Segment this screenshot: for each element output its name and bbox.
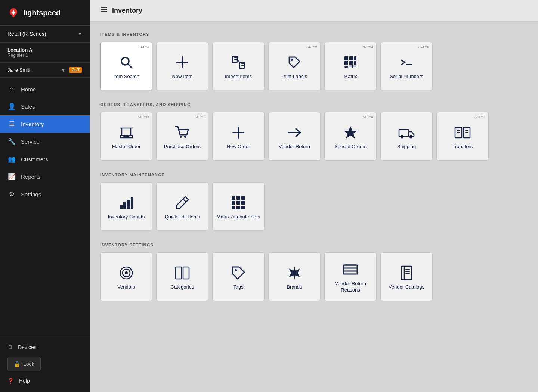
matrix-icon xyxy=(342,54,359,71)
card-import-items[interactable]: Import Items xyxy=(212,42,265,90)
svg-rect-20 xyxy=(354,61,356,65)
register-name: Register 1 xyxy=(7,53,82,58)
page-title: Inventory xyxy=(112,7,142,15)
sidebar-user[interactable]: Jane Smith ▼ OUT xyxy=(0,63,90,78)
sidebar: lightspeed Retail (R-Series) ▼ Location … xyxy=(0,0,90,392)
sidebar-item-service[interactable]: 🔧 Service xyxy=(0,133,90,150)
sidebar-item-sales[interactable]: 👤 Sales xyxy=(0,98,90,115)
card-label-item-search: Item Search xyxy=(113,74,139,80)
card-matrix-attribute-sets[interactable]: Matrix Attribute Sets xyxy=(212,182,265,231)
card-label-shipping: Shipping xyxy=(397,144,416,150)
card-quick-edit-items[interactable]: Quick Edit Items xyxy=(156,182,208,231)
devices-icon: 🖥 xyxy=(7,344,13,350)
search-icon xyxy=(118,54,134,71)
card-transfers[interactable]: ALT+T Transfers xyxy=(436,112,489,161)
service-icon: 🔧 xyxy=(7,138,16,146)
card-purchase-orders[interactable]: ALT+7 Purchase Orders xyxy=(156,112,208,161)
user-status-badge: OUT xyxy=(69,67,82,73)
svg-rect-41 xyxy=(120,205,123,209)
section-label-settings: INVENTORY SETTINGS xyxy=(100,243,528,247)
card-label-import-items: Import Items xyxy=(225,74,252,80)
sidebar-item-inventory[interactable]: ☰ Inventory xyxy=(0,115,90,133)
cart-icon xyxy=(174,124,191,141)
card-master-order[interactable]: ALT+O Master Order xyxy=(100,112,152,161)
book-icon xyxy=(398,265,415,281)
terminal-icon xyxy=(398,54,415,71)
shortcut-special-orders: ALT+8 xyxy=(362,115,373,119)
card-new-order[interactable]: New Order xyxy=(212,112,265,161)
card-label-special-orders: Special Orders xyxy=(334,144,367,150)
card-shipping[interactable]: Shipping xyxy=(380,112,433,161)
sidebar-item-reports[interactable]: 📈 Reports xyxy=(0,168,90,186)
bar-chart-icon xyxy=(118,195,134,211)
settings-icon: ⚙ xyxy=(7,190,16,198)
location-name: Location A xyxy=(7,47,82,53)
import-icon xyxy=(230,54,247,71)
card-label-matrix: Matrix xyxy=(344,74,357,80)
help-label: Help xyxy=(19,378,30,384)
svg-rect-1 xyxy=(101,9,107,10)
card-vendor-catalogs[interactable]: Vendor Catalogs xyxy=(380,252,433,301)
svg-point-60 xyxy=(235,269,237,271)
sales-icon: 👤 xyxy=(7,103,16,111)
card-brands[interactable]: Brands xyxy=(268,252,321,301)
card-special-orders[interactable]: ALT+8 Special Orders xyxy=(324,112,377,161)
grid-icon xyxy=(230,195,247,211)
card-inventory-counts[interactable]: Inventory Counts xyxy=(100,182,152,231)
svg-point-26 xyxy=(180,136,182,138)
svg-rect-2 xyxy=(101,11,107,12)
svg-rect-69 xyxy=(401,266,412,280)
card-label-print-labels: Print Labels xyxy=(282,74,307,80)
card-label-serial-numbers: Serial Numbers xyxy=(390,74,423,80)
sidebar-item-settings[interactable]: ⚙ Settings xyxy=(0,186,90,203)
main-content: ITEMS & INVENTORY ALT+3 Item Search New … xyxy=(90,22,538,323)
card-categories[interactable]: Categories xyxy=(156,252,208,301)
card-vendor-return[interactable]: Vendor Return xyxy=(268,112,321,161)
shortcut-print-labels: ALT+9 xyxy=(306,45,317,49)
card-print-labels[interactable]: ALT+9 Print Labels xyxy=(268,42,321,90)
sidebar-item-help[interactable]: ❓ Help xyxy=(0,373,90,388)
card-matrix[interactable]: ALT+M Matrix xyxy=(324,42,377,90)
svg-rect-58 xyxy=(176,267,182,279)
card-label-vendor-catalogs: Vendor Catalogs xyxy=(389,284,424,290)
card-serial-numbers[interactable]: ALT+S Serial Numbers xyxy=(380,42,433,90)
orders-grid: ALT+O Master Order ALT+7 Purchase Orders xyxy=(100,112,528,161)
sidebar-item-sales-label: Sales xyxy=(21,103,35,110)
card-label-vendor-return: Vendor Return xyxy=(279,144,310,150)
store-name: Retail (R-Series) xyxy=(7,31,46,37)
svg-rect-32 xyxy=(399,130,409,136)
main-header: Inventory xyxy=(90,0,538,22)
sidebar-item-service-label: Service xyxy=(21,139,40,145)
shortcut-purchase-orders: ALT+7 xyxy=(194,115,205,119)
starburst-icon xyxy=(286,265,303,281)
card-item-search[interactable]: ALT+3 Item Search xyxy=(100,42,152,90)
user-name: Jane Smith xyxy=(7,67,58,73)
sidebar-item-devices[interactable]: 🖥 Devices xyxy=(0,340,90,355)
sidebar-store-selector[interactable]: Retail (R-Series) ▼ xyxy=(0,26,90,43)
sidebar-item-customers[interactable]: 👥 Customers xyxy=(0,150,90,168)
customers-icon: 👥 xyxy=(7,155,16,163)
card-label-quick-edit-items: Quick Edit Items xyxy=(165,214,200,220)
sidebar-item-inventory-label: Inventory xyxy=(21,121,44,127)
svg-rect-48 xyxy=(241,196,245,200)
lock-button[interactable]: 🔒 Lock xyxy=(7,357,41,371)
svg-rect-47 xyxy=(236,196,240,200)
svg-marker-31 xyxy=(344,126,357,139)
new-order-icon xyxy=(230,124,247,141)
card-label-brands: Brands xyxy=(287,284,302,290)
sidebar-item-home[interactable]: ⌂ Home xyxy=(0,81,90,98)
card-label-vendor-return-reasons: Vendor Return Reasons xyxy=(328,281,372,293)
card-label-new-item: New Item xyxy=(172,74,193,80)
user-chevron-icon: ▼ xyxy=(61,68,65,72)
card-tags[interactable]: Tags xyxy=(212,252,265,301)
card-label-purchase-orders: Purchase Orders xyxy=(164,144,201,150)
card-vendors[interactable]: Vendors xyxy=(100,252,152,301)
card-new-item[interactable]: New Item xyxy=(156,42,208,90)
items-inventory-grid: ALT+3 Item Search New Item xyxy=(100,42,528,90)
inventory-icon: ☰ xyxy=(7,120,16,128)
svg-rect-15 xyxy=(344,56,348,60)
card-vendor-return-reasons[interactable]: Vendor Return Reasons xyxy=(324,252,377,301)
sidebar-item-settings-label: Settings xyxy=(21,191,41,197)
reports-icon: 📈 xyxy=(7,173,16,181)
svg-point-14 xyxy=(291,59,293,61)
